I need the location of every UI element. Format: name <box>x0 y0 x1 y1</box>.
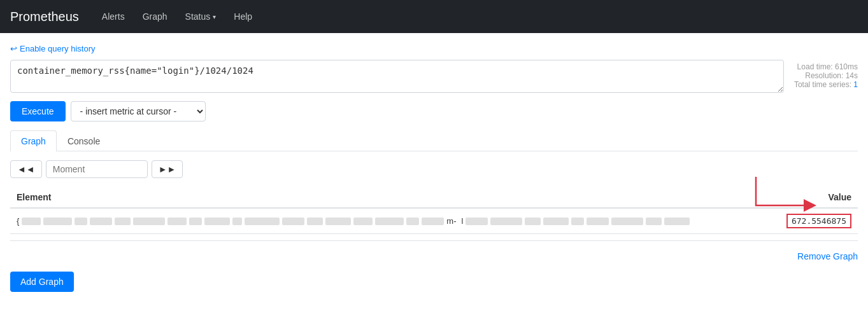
value-cell: 672.5546875 <box>772 208 858 234</box>
result-value: 672.5546875 <box>786 214 851 228</box>
element-cell: { <box>10 208 772 234</box>
total-time-series-value[interactable]: 1 <box>853 80 858 89</box>
tabs: Graph Console <box>10 130 858 151</box>
moment-input[interactable] <box>46 160 148 178</box>
query-stats: Load time: 610ms Resolution: 14s Total t… <box>794 60 858 89</box>
blur-8 <box>189 218 202 225</box>
blur-15 <box>353 218 373 225</box>
query-row: Load time: 610ms Resolution: 14s Total t… <box>10 60 858 95</box>
column-element: Element <box>10 187 772 208</box>
nav-help[interactable]: Help <box>226 6 260 27</box>
enable-query-history-link[interactable]: ↩ Enable query history <box>10 44 96 53</box>
result-wrapper: Element Value { <box>10 187 858 234</box>
blur-12 <box>282 218 304 225</box>
blur-14 <box>325 218 351 225</box>
blur-13 <box>307 218 323 225</box>
nav-links: Alerts Graph Status ▾ Help <box>94 6 260 27</box>
blur-l2 <box>490 218 522 225</box>
blur-6 <box>133 218 165 225</box>
blur-4 <box>90 218 112 225</box>
blur-l7 <box>611 218 643 225</box>
remove-graph-row: Remove Graph <box>10 246 858 266</box>
tab-console[interactable]: Console <box>57 130 111 151</box>
nav-graph[interactable]: Graph <box>135 6 175 27</box>
remove-graph-link[interactable]: Remove Graph <box>797 251 858 261</box>
blur-3 <box>75 218 87 225</box>
brand-logo[interactable]: Prometheus <box>10 10 79 24</box>
execute-row: Execute - insert metric at cursor - <box>10 101 858 121</box>
load-time: Load time: 610ms <box>794 62 858 71</box>
blur-9 <box>204 218 230 225</box>
main-content: ↩ Enable query history Load time: 610ms … <box>0 33 868 302</box>
element-second-line-start: l <box>462 216 464 226</box>
nav-status-dropdown[interactable]: Status ▾ <box>178 6 224 27</box>
add-graph-button[interactable]: Add Graph <box>10 272 74 292</box>
execute-button[interactable]: Execute <box>10 101 66 121</box>
blur-5 <box>115 218 131 225</box>
table-row: { <box>10 208 858 234</box>
element-content: { <box>17 216 765 226</box>
prev-button[interactable]: ◄◄ <box>10 160 42 178</box>
total-time-series: Total time series: 1 <box>794 80 858 89</box>
blur-l4 <box>543 218 569 225</box>
column-value: Value <box>772 187 858 208</box>
element-suffix: m- <box>446 216 456 226</box>
chevron-down-icon: ▾ <box>213 13 216 20</box>
metric-select[interactable]: - insert metric at cursor - <box>71 101 206 121</box>
blur-10 <box>232 218 242 225</box>
next-button[interactable]: ►► <box>152 160 183 178</box>
blur-7 <box>167 218 187 225</box>
blur-l3 <box>525 218 541 225</box>
nav-alerts[interactable]: Alerts <box>94 6 132 27</box>
result-table: Element Value { <box>10 187 858 234</box>
table-header-row: Element Value <box>10 187 858 208</box>
blur-l9 <box>664 218 690 225</box>
tab-graph[interactable]: Graph <box>10 130 57 151</box>
blur-17 <box>406 218 419 225</box>
blur-l5 <box>571 218 584 225</box>
query-input-wrapper <box>10 60 784 95</box>
blur-16 <box>375 218 404 225</box>
divider <box>10 240 858 241</box>
query-textarea[interactable] <box>10 60 784 93</box>
resolution: Resolution: 14s <box>794 71 858 80</box>
blur-l6 <box>587 218 609 225</box>
blur-1 <box>22 218 41 225</box>
element-open-brace: { <box>17 216 19 226</box>
blur-2 <box>43 218 72 225</box>
blur-11 <box>245 218 280 225</box>
controls-row: ◄◄ ►► <box>10 160 858 178</box>
navbar: Prometheus Alerts Graph Status ▾ Help <box>0 0 868 33</box>
history-icon: ↩ <box>10 44 17 53</box>
blur-l1 <box>466 218 488 225</box>
blur-l8 <box>646 218 662 225</box>
blur-18 <box>422 218 444 225</box>
